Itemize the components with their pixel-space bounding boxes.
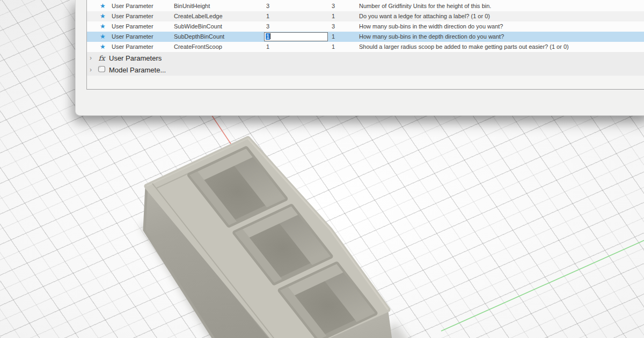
parameter-name: CreateFrontScoop — [174, 42, 266, 52]
table-empty-area — [87, 76, 644, 89]
favorite-star-icon[interactable]: ★ — [87, 1, 112, 11]
parameter-value: 3 — [332, 1, 359, 11]
parameter-type: User Parameter — [112, 11, 174, 21]
selected-text: 1 — [266, 33, 270, 40]
parameter-value: 3 — [332, 21, 359, 32]
parameter-expression[interactable]: 1 — [266, 42, 332, 52]
parameter-type: User Parameter — [112, 42, 174, 52]
parameter-type: User Parameter — [112, 32, 174, 42]
parameter-row-subdepthbincount-selected[interactable]: ★ User Parameter SubDepthBinCount 1 1 Ho… — [87, 32, 644, 42]
parameter-comment[interactable]: Number of Gridfinity Units for the heigh… — [359, 1, 644, 11]
parameter-comment[interactable]: Do you want a ledge for attaching a labe… — [359, 11, 644, 21]
parameter-expression[interactable]: 1 — [266, 11, 332, 21]
parameter-row-subwidebincount[interactable]: ★ User Parameter SubWideBinCount 3 3 How… — [87, 21, 644, 32]
parameter-row-createlabelledge[interactable]: ★ User Parameter CreateLabelLedge 1 1 Do… — [87, 11, 644, 21]
parameter-comment[interactable]: How many sub-bins in the depth direction… — [359, 32, 644, 42]
expand-chevron-icon[interactable]: › — [90, 52, 96, 64]
parameter-comment[interactable]: How many sub-bins in the width direction… — [359, 21, 644, 32]
parameters-dialog: ★ User Parameter BinUnitHeight 3 3 Numbe… — [75, 0, 644, 116]
fx-icon: fx — [98, 54, 106, 62]
x-axis-line — [211, 115, 232, 145]
model-box-icon — [98, 65, 106, 75]
text-caret — [270, 33, 270, 39]
parameters-table: ★ User Parameter BinUnitHeight 3 3 Numbe… — [86, 0, 644, 90]
parameter-name: SubWideBinCount — [174, 21, 266, 32]
parameter-expression-cell: 1 — [266, 32, 332, 42]
parameter-value: 1 — [332, 11, 359, 21]
group-label: Model Paramete... — [109, 66, 166, 74]
favorite-star-icon[interactable]: ★ — [87, 32, 112, 42]
parameter-expression[interactable]: 3 — [266, 21, 332, 32]
parameter-value: 1 — [332, 42, 359, 52]
parameter-name: CreateLabelLedge — [174, 11, 266, 21]
favorite-star-icon[interactable]: ★ — [87, 21, 112, 32]
parameter-name: BinUnitHeight — [174, 1, 266, 11]
group-label: User Parameters — [109, 54, 162, 62]
subdepthbincount-expression-input[interactable]: 1 — [264, 32, 328, 41]
parameter-row-binunitheight[interactable]: ★ User Parameter BinUnitHeight 3 3 Numbe… — [87, 1, 644, 11]
group-row-model-parameters[interactable]: › Model Paramete... — [87, 64, 644, 76]
gridfinity-bin-model[interactable] — [144, 138, 394, 338]
y-axis-line — [441, 239, 644, 331]
expand-chevron-icon[interactable]: › — [90, 64, 96, 76]
parameter-comment[interactable]: Should a larger radius scoop be added to… — [359, 42, 644, 52]
favorite-star-icon[interactable]: ★ — [87, 42, 112, 52]
parameter-expression[interactable]: 3 — [266, 1, 332, 11]
favorite-star-icon[interactable]: ★ — [87, 11, 112, 21]
parameter-value: 1 — [332, 32, 359, 42]
parameter-name: SubDepthBinCount — [174, 32, 266, 42]
parameter-row-createfrontscoop[interactable]: ★ User Parameter CreateFrontScoop 1 1 Sh… — [87, 42, 644, 52]
parameter-type: User Parameter — [112, 1, 174, 11]
group-row-user-parameters[interactable]: › fx User Parameters — [87, 52, 644, 64]
parameter-type: User Parameter — [112, 21, 174, 32]
